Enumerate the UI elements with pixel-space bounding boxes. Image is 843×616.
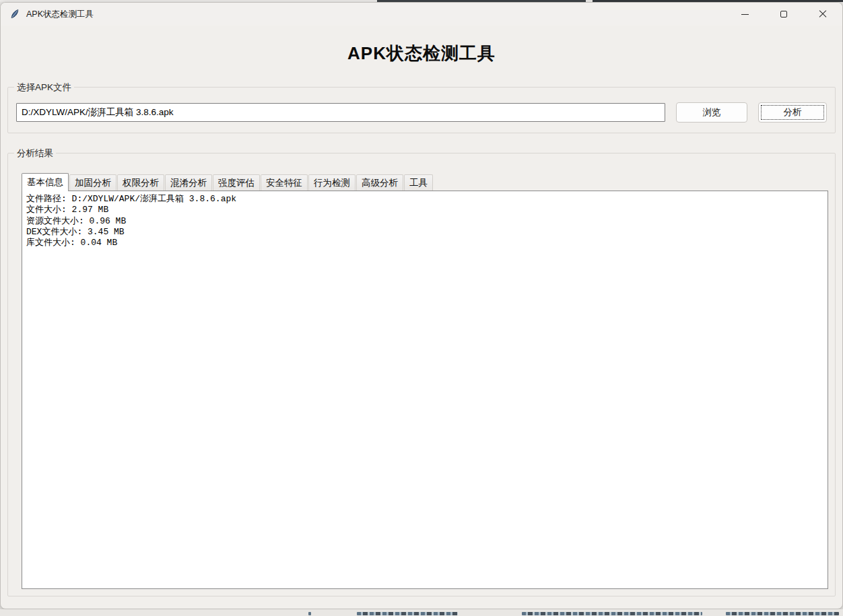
window-controls (725, 3, 842, 26)
analysis-results-group-label: 分析结果 (14, 147, 56, 160)
tab-advanced-analysis[interactable]: 高级分析 (356, 174, 403, 191)
results-notebook: 基本信息 加固分析 权限分析 混淆分析 强度评估 安全特征 行为检测 高级分析 … (22, 173, 828, 589)
output-line-resource-size: 资源文件大小: 0.96 MB (26, 216, 823, 227)
analysis-results-group: 分析结果 基本信息 加固分析 权限分析 混淆分析 强度评估 安全特征 行为检测 … (7, 153, 836, 596)
window-title: APK状态检测工具 (26, 9, 725, 20)
background-window-fragment (522, 612, 702, 615)
minimize-icon (741, 14, 749, 15)
maximize-icon (780, 11, 787, 18)
browse-button[interactable]: 浏览 (676, 102, 747, 123)
output-line-dex-size: DEX文件大小: 3.45 MB (26, 227, 823, 238)
analyze-button[interactable]: 分析 (758, 102, 827, 123)
minimize-button[interactable] (725, 3, 764, 26)
python-tk-feather-icon (9, 9, 20, 20)
tab-security-features[interactable]: 安全特征 (261, 174, 308, 191)
tab-packer-analysis[interactable]: 加固分析 (69, 174, 116, 191)
tab-obfuscation-analysis[interactable]: 混淆分析 (165, 174, 212, 191)
screen-behind-bottom (0, 609, 843, 616)
maximize-button[interactable] (764, 3, 803, 26)
output-line-file-size: 文件大小: 2.97 MB (26, 205, 823, 215)
apk-path-input[interactable] (16, 103, 665, 122)
tab-permission-analysis[interactable]: 权限分析 (117, 174, 164, 191)
output-line-lib-size: 库文件大小: 0.04 MB (26, 238, 823, 248)
background-window-fragment (308, 612, 311, 615)
file-select-group: 选择APK文件 浏览 分析 (7, 87, 836, 133)
background-window-fragment (726, 612, 839, 615)
tab-bar: 基本信息 加固分析 权限分析 混淆分析 强度评估 安全特征 行为检测 高级分析 … (22, 173, 828, 191)
app-window: APK状态检测工具 APK状态检测工具 选择APK文件 浏览 分析 分析结果 基… (0, 2, 843, 609)
tab-strength-evaluation[interactable]: 强度评估 (213, 174, 260, 191)
tab-tools[interactable]: 工具 (404, 174, 433, 191)
titlebar: APK状态检测工具 (1, 3, 842, 26)
page-title: APK状态检测工具 (7, 42, 836, 65)
close-icon (818, 9, 828, 19)
basic-info-output[interactable]: 文件路径: D:/XDYLW/APK/澎湃工具箱 3.8.6.apk 文件大小:… (22, 191, 828, 589)
output-line-file-path: 文件路径: D:/XDYLW/APK/澎湃工具箱 3.8.6.apk (26, 194, 823, 205)
file-select-group-label: 选择APK文件 (14, 81, 74, 94)
main-content: APK状态检测工具 选择APK文件 浏览 分析 分析结果 基本信息 加固分析 权… (1, 42, 842, 596)
tab-behavior-detection[interactable]: 行为检测 (308, 174, 356, 191)
file-row: 浏览 分析 (16, 102, 827, 123)
close-button[interactable] (803, 3, 842, 26)
background-window-fragment (357, 612, 458, 615)
tab-basic-info[interactable]: 基本信息 (22, 173, 69, 191)
